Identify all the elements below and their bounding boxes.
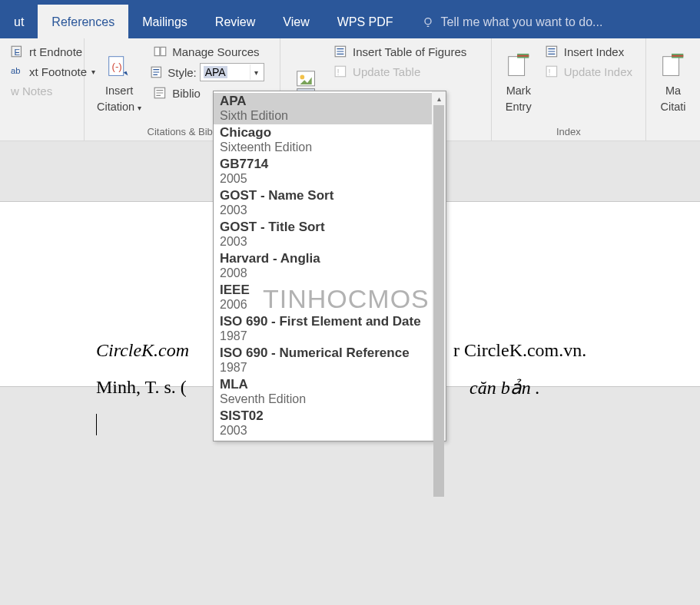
scroll-track[interactable] (432, 105, 446, 427)
scroll-thumb[interactable] (433, 105, 444, 497)
update-index-icon: ! (546, 64, 559, 78)
style-option-edition: Sixth Edition (220, 109, 440, 124)
style-option-iso-690-numerical-reference[interactable]: ISO 690 - Numerical Reference1987 (214, 345, 446, 376)
style-option-edition: 1987 (220, 329, 440, 345)
svg-rect-24 (672, 55, 683, 57)
style-option-gost-name-sort[interactable]: GOST - Name Sort2003 (214, 187, 446, 219)
tab-review[interactable]: Review (201, 5, 269, 38)
next-footnote-icon: ab (11, 64, 25, 78)
svg-text:(-): (-) (112, 61, 122, 72)
style-selected-value: APA (204, 66, 227, 78)
chevron-down-icon: ▾ (138, 104, 141, 112)
style-option-mla[interactable]: MLASeventh Edition (214, 376, 446, 408)
style-option-edition: Sixteenth Edition (220, 141, 440, 156)
style-option-edition: Seventh Edition (220, 392, 440, 408)
style-label: Style: (168, 66, 197, 79)
scroll-up-button[interactable]: ▴ (432, 91, 446, 105)
endnote-icon: E (11, 45, 25, 58)
ribbon-tabbar: ut References Mailings Review View WPS P… (0, 0, 700, 38)
style-option-name: GOST - Title Sort (220, 220, 440, 235)
insert-index-icon (546, 45, 559, 58)
svg-text:!: ! (337, 68, 339, 77)
style-option-name: ISO 690 - Numerical Reference (220, 345, 440, 361)
tab-wpspdf[interactable]: WPS PDF (323, 5, 407, 38)
style-option-edition: 1987 (220, 361, 440, 376)
style-option-edition: 2003 (220, 235, 440, 250)
style-option-edition: 2003 (220, 203, 440, 219)
style-option-edition: 2003 (220, 424, 440, 439)
chevron-down-icon: ▾ (254, 68, 258, 77)
text-cursor (96, 414, 97, 435)
style-option-chicago[interactable]: ChicagoSixteenth Edition (214, 124, 446, 156)
style-option-name: Harvard - Anglia (220, 251, 440, 266)
style-option-iso-690-first-element-and-date[interactable]: ISO 690 - First Element and Date1987 (214, 313, 446, 345)
doc-text-line-1-left: CircleK.com (96, 340, 189, 361)
doc-text-line-2-left: Minh, T. s. ( (96, 377, 187, 398)
svg-point-11 (300, 75, 305, 80)
mark-entry-icon (504, 52, 533, 81)
group-index: Mark Entry Insert Index ! Update Index .… (492, 38, 646, 141)
style-option-name: Chicago (220, 125, 440, 141)
style-dropdown-list: APASixth EditionChicagoSixteenth Edition… (213, 91, 446, 441)
style-icon (151, 65, 164, 79)
svg-text:E: E (15, 48, 21, 57)
table-of-figures-icon (334, 45, 348, 58)
style-option-edition: 2006 (220, 298, 440, 313)
style-option-name: APA (220, 94, 440, 109)
update-table-button: ! Update Table (331, 63, 469, 80)
insert-citation-button[interactable]: (-) Insert Citation ▾ (92, 43, 146, 123)
style-option-sist02[interactable]: SIST022003 (214, 408, 446, 439)
style-option-name: GOST - Name Sort (220, 188, 440, 203)
mark-citation-button[interactable]: Ma Citati (654, 43, 692, 123)
style-combobox[interactable]: APA ▾ (200, 63, 264, 81)
style-option-ieee[interactable]: IEEE2006 (214, 282, 446, 313)
tab-mailings[interactable]: Mailings (128, 5, 201, 38)
style-option-harvard-anglia[interactable]: Harvard - Anglia2008 (214, 250, 446, 282)
update-table-icon: ! (334, 64, 348, 78)
doc-text-line-1-right: r CircleK.com.vn. (453, 340, 586, 361)
style-option-name: SIST02 (220, 408, 440, 424)
doc-text-line-2-right: căn bản . (469, 377, 540, 398)
style-option-edition: 2008 (220, 266, 440, 282)
tell-me-placeholder: Tell me what you want to do... (441, 15, 603, 29)
style-option-edition: 2005 (220, 172, 440, 187)
insert-table-of-figures-button[interactable]: Insert Table of Figures (331, 43, 469, 60)
update-index-button: ! Update Index (542, 63, 635, 80)
svg-rect-16 (508, 57, 524, 76)
svg-text:!: ! (548, 68, 550, 77)
bibliography-icon (154, 86, 168, 100)
tab-references[interactable]: References (38, 5, 128, 38)
group-footnotes: E rt Endnote ab xt Footnote ▾ w Notes . (0, 38, 85, 141)
svg-rect-22 (663, 57, 679, 76)
tab-view[interactable]: View (269, 5, 323, 38)
style-option-gb7714[interactable]: GB77142005 (214, 156, 446, 187)
style-option-name: GB7714 (220, 157, 440, 172)
style-option-name: MLA (220, 377, 440, 392)
tab-layout[interactable]: ut (0, 5, 38, 38)
group-label-index: Index (499, 126, 638, 137)
style-dropdown-button[interactable]: ▾ (250, 64, 262, 80)
style-option-name: ISO 690 - First Element and Date (220, 314, 440, 329)
style-option-name: IEEE (220, 283, 440, 298)
svg-rect-6 (154, 47, 160, 55)
svg-rect-18 (517, 55, 529, 57)
svg-point-0 (425, 18, 431, 25)
mark-entry-button[interactable]: Mark Entry (499, 43, 538, 123)
svg-text:ab: ab (11, 66, 21, 75)
dropdown-scrollbar[interactable]: ▴ ▾ (432, 91, 446, 441)
manage-sources-button[interactable]: Manage Sources (151, 43, 264, 60)
group-toa: Ma Citati . (646, 38, 700, 141)
style-option-apa[interactable]: APASixth Edition (214, 93, 446, 124)
insert-citation-icon: (-) (105, 52, 134, 81)
style-option-gost-title-sort[interactable]: GOST - Title Sort2003 (214, 219, 446, 250)
mark-citation-icon (659, 52, 688, 81)
svg-rect-7 (161, 47, 166, 55)
insert-index-button[interactable]: Insert Index (542, 43, 635, 60)
tell-me-search[interactable]: Tell me what you want to do... (407, 5, 617, 38)
lightbulb-icon (421, 15, 435, 29)
manage-sources-icon (154, 45, 168, 58)
